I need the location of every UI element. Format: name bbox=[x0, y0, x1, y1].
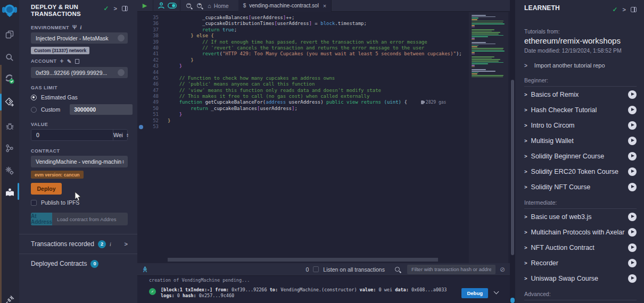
tutorial-item[interactable]: >Intro to Circom bbox=[524, 117, 637, 133]
zoom-in-icon[interactable]: + bbox=[194, 0, 204, 12]
chevron-right-icon[interactable]: > bbox=[114, 5, 117, 12]
pin-panel-icon[interactable] bbox=[631, 7, 637, 12]
tutorial-item[interactable]: >Multichain Protocols with Axelar bbox=[524, 224, 637, 240]
tutorial-item[interactable]: >All about Proxy Contracts bbox=[524, 300, 637, 303]
code-editor[interactable]: 35 _cupcakeBalances[userAddress]++;36 _c… bbox=[137, 12, 510, 263]
transaction-log-row[interactable]: ✓ [block:1 txIndex:-] from: 0xf39...9226… bbox=[149, 287, 510, 299]
tutorial-item[interactable]: >Uniswap Swap Course bbox=[524, 271, 637, 286]
zoom-out-icon[interactable]: − bbox=[183, 0, 194, 12]
chevron-right-icon[interactable]: > bbox=[125, 241, 128, 247]
file-tab[interactable]: $ vending-machine-contract.sol × bbox=[238, 0, 332, 12]
line-number[interactable]: 40 bbox=[137, 45, 159, 51]
play-button[interactable] bbox=[628, 90, 637, 99]
at-address-button[interactable]: At Address bbox=[31, 213, 52, 225]
play-button[interactable] bbox=[628, 152, 637, 161]
tutorial-item[interactable]: >Basics of Remix bbox=[524, 87, 637, 102]
remix-logo[interactable] bbox=[0, 3, 19, 19]
line-number[interactable]: 39 bbox=[137, 39, 159, 45]
expand-terminal-icon[interactable]: ≫ bbox=[142, 266, 148, 273]
debugger-icon[interactable] bbox=[0, 118, 19, 134]
custom-gas-radio[interactable] bbox=[31, 107, 37, 113]
publish-ipfs-checkbox[interactable] bbox=[31, 200, 37, 206]
stepper-icon[interactable]: ▲▼ bbox=[126, 133, 129, 137]
tutorial-item[interactable]: >Basic use of web3.js bbox=[524, 209, 637, 224]
chevron-right-icon[interactable]: > bbox=[623, 6, 626, 13]
line-number[interactable]: 51 bbox=[137, 112, 159, 117]
custom-gas-input[interactable] bbox=[70, 104, 133, 115]
environment-select[interactable]: Injected Provider - MetaMask bbox=[31, 32, 128, 44]
play-button[interactable] bbox=[628, 243, 637, 252]
walkthrough-icon[interactable] bbox=[156, 0, 167, 12]
line-number[interactable]: 36 bbox=[137, 21, 159, 27]
branch-icon[interactable] bbox=[0, 140, 19, 156]
deployed-contracts-row[interactable]: Deployed Contracts 0 bbox=[31, 254, 128, 273]
horizontal-scrollbar[interactable] bbox=[168, 258, 438, 262]
info-icon[interactable]: i bbox=[80, 24, 82, 30]
tutorial-item[interactable]: >Hash Checker Tutorial bbox=[524, 102, 637, 117]
listen-checkbox[interactable] bbox=[313, 266, 319, 272]
breakpoint-dot[interactable] bbox=[139, 125, 143, 129]
plug-icon[interactable] bbox=[0, 291, 19, 303]
debug-button[interactable]: Debug bbox=[461, 288, 488, 298]
play-button[interactable] bbox=[628, 213, 637, 221]
toggle-icon[interactable] bbox=[167, 0, 177, 12]
run-script-button[interactable]: ▶ bbox=[139, 0, 150, 12]
play-button[interactable] bbox=[628, 121, 637, 130]
sign-message-icon[interactable]: ✎ bbox=[67, 58, 72, 64]
book-icon[interactable] bbox=[0, 184, 19, 200]
add-account-icon[interactable]: + bbox=[60, 57, 64, 65]
play-button[interactable] bbox=[628, 183, 637, 191]
play-button[interactable] bbox=[628, 137, 637, 145]
home-tab[interactable]: ⌂ Home bbox=[204, 3, 232, 9]
import-repo-row[interactable]: > Import another tutorial repo bbox=[524, 62, 637, 69]
play-button[interactable] bbox=[628, 259, 637, 267]
line-number[interactable]: 47 bbox=[137, 88, 159, 94]
tutorial-item[interactable]: >Recorder bbox=[524, 255, 637, 271]
chevron-down-icon[interactable] bbox=[494, 289, 499, 294]
line-number[interactable]: 38 bbox=[137, 33, 159, 39]
clear-console-icon[interactable]: ⊘ bbox=[500, 266, 505, 273]
editor-minimap[interactable] bbox=[469, 12, 508, 263]
play-button[interactable] bbox=[628, 106, 637, 114]
at-address-input[interactable] bbox=[52, 213, 128, 225]
environment-select-circle-icon[interactable] bbox=[118, 35, 125, 41]
tutorial-item[interactable]: >Multisig Wallet bbox=[524, 133, 637, 148]
value-unit-select[interactable]: Wei ▲▼ bbox=[113, 130, 129, 140]
tutorial-item[interactable]: >Solidity ERC20 Token Course bbox=[524, 164, 637, 179]
account-copy-circle-icon[interactable] bbox=[118, 69, 125, 76]
estimated-gas-radio[interactable] bbox=[31, 95, 37, 100]
gears-icon[interactable] bbox=[0, 163, 19, 179]
tutorial-item[interactable]: >NFT Auction Contract bbox=[524, 240, 637, 255]
solidity-compiler-icon[interactable] bbox=[0, 71, 19, 87]
contract-stepper-icon[interactable]: ▲▼ bbox=[122, 159, 125, 164]
value-input[interactable] bbox=[31, 130, 113, 140]
terminal-filter-input[interactable] bbox=[407, 265, 496, 274]
line-number[interactable]: 43 bbox=[137, 63, 159, 69]
file-explorer-icon[interactable] bbox=[0, 27, 19, 43]
play-button[interactable] bbox=[628, 228, 637, 237]
search-icon[interactable] bbox=[0, 49, 19, 65]
line-number[interactable]: 45 bbox=[137, 75, 159, 81]
pin-panel-icon[interactable] bbox=[122, 6, 128, 11]
line-number[interactable]: 50 bbox=[137, 106, 159, 112]
deploy-run-icon[interactable] bbox=[0, 94, 19, 110]
account-select[interactable]: 0xf39...92266 (9999.99929... bbox=[31, 67, 128, 78]
contract-select[interactable]: VendingMachine - vending-machin ▲▼ bbox=[31, 156, 128, 167]
line-number[interactable]: 37 bbox=[137, 27, 159, 33]
scrollbar-thumb[interactable] bbox=[511, 80, 514, 255]
deploy-button[interactable]: Deploy bbox=[31, 183, 62, 195]
play-button[interactable] bbox=[628, 167, 637, 176]
line-number[interactable]: 48 bbox=[137, 94, 159, 99]
tutorial-item[interactable]: >Solidity Beginner Course bbox=[524, 148, 637, 164]
line-number[interactable]: 46 bbox=[137, 81, 159, 87]
play-button[interactable] bbox=[628, 274, 637, 283]
copy-icon[interactable] bbox=[75, 59, 79, 64]
transactions-recorded-row[interactable]: Transactions recorded 2 i > bbox=[31, 234, 128, 254]
plug-mini-icon[interactable]: Ψ bbox=[72, 24, 77, 30]
line-number[interactable]: 52 bbox=[137, 118, 159, 124]
info-icon[interactable]: i bbox=[110, 241, 111, 247]
line-number[interactable]: 49 bbox=[137, 99, 159, 105]
tutorial-item[interactable]: >Solidity NFT Course bbox=[524, 179, 637, 195]
line-number[interactable]: 42 bbox=[137, 57, 159, 63]
line-number[interactable]: 44 bbox=[137, 70, 159, 75]
